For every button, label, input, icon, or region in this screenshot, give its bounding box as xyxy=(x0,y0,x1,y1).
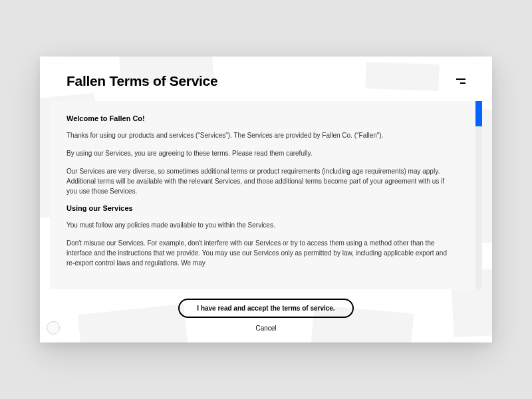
scrollbar-thumb[interactable] xyxy=(475,101,482,126)
accept-terms-button[interactable]: I have read and accept the terms of serv… xyxy=(178,299,353,318)
welcome-heading: Welcome to Fallen Co! xyxy=(66,114,452,122)
terms-paragraph: Thanks for using our products and servic… xyxy=(66,130,452,140)
terms-paragraph: Our Services are very diverse, so someti… xyxy=(66,166,452,196)
indicator-circle xyxy=(47,321,60,334)
modal-header: Fallen Terms of Service xyxy=(40,57,492,101)
modal-footer: I have read and accept the terms of serv… xyxy=(40,289,492,342)
using-services-heading: Using our Services xyxy=(66,204,452,212)
terms-paragraph: Don't misuse our Services. For example, … xyxy=(66,238,452,268)
scrollbar-track[interactable] xyxy=(475,101,482,289)
terms-paragraph: You must follow any policies made availa… xyxy=(66,220,452,230)
page-title: Fallen Terms of Service xyxy=(66,73,217,89)
cancel-button[interactable]: Cancel xyxy=(255,325,276,332)
terms-modal: Fallen Terms of Service Welcome to Falle… xyxy=(40,57,492,342)
fade-overlay xyxy=(50,269,482,289)
menu-icon[interactable] xyxy=(456,78,466,84)
terms-paragraph: By using our Services, you are agreeing … xyxy=(66,148,452,158)
content-scroll-area: Welcome to Fallen Co! Thanks for using o… xyxy=(50,101,482,289)
terms-content[interactable]: Welcome to Fallen Co! Thanks for using o… xyxy=(50,101,482,289)
